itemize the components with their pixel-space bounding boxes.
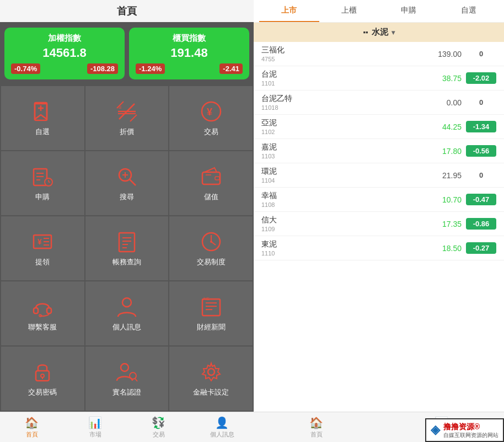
filter-bar[interactable]: ▪▪ 水泥 ▾ — [254, 23, 504, 42]
svg-rect-49 — [36, 371, 49, 381]
tab-shangshi[interactable]: 上市 — [259, 0, 319, 22]
stock-code: 1110 — [261, 250, 423, 257]
stock-row[interactable]: 亞泥 1102 44.25 -1.34 — [254, 115, 504, 139]
left-nav-home[interactable]: 🏠 首頁 — [0, 412, 63, 442]
watermark: ◈ 撸撸资源® 自媒互联网资源的网站 — [425, 418, 504, 442]
stock-row[interactable]: 嘉泥 1103 17.80 -0.56 — [254, 139, 504, 163]
weighted-title: 加權指數 — [11, 33, 118, 44]
menu-chuzhi[interactable]: 儲值 — [169, 151, 253, 215]
menu-jiaoyizd-label: 交易制度 — [197, 257, 226, 267]
stock-change: -0.47 — [466, 194, 496, 205]
menu-shimingr[interactable]: 實名認證 — [85, 347, 169, 411]
stock-change: -0.27 — [466, 242, 496, 254]
left-bottom-nav: 🏠 首頁 📊 市場 💱 交易 👤 個人訊息 — [0, 412, 254, 442]
stock-name: 亞泥 — [261, 118, 423, 128]
otc-title: 櫃買指數 — [136, 33, 243, 44]
menu-shengou[interactable]: 申購 — [1, 151, 84, 215]
otc-diff: -2.41 — [219, 63, 243, 74]
gear-icon — [199, 360, 223, 384]
stock-row[interactable]: 台泥乙特 11018 0.00 0 — [254, 90, 504, 115]
menu-shengou-label: 申購 — [35, 192, 50, 202]
stock-change: 0 — [466, 48, 496, 60]
stock-price: 21.95 — [423, 171, 462, 180]
stock-name: 台泥 — [261, 70, 423, 79]
otc-value: 191.48 — [136, 46, 243, 60]
person-icon — [115, 295, 139, 319]
menu-grid: 自選 ≡ 折價 — [0, 85, 254, 412]
svg-point-52 — [121, 364, 128, 371]
chevron-down-icon: ▾ — [392, 29, 395, 36]
menu-lianxi[interactable]: 聯繫客服 — [1, 281, 84, 345]
menu-mima-label: 交易密碼 — [28, 387, 57, 397]
left-nav-profile[interactable]: 👤 個人訊息 — [190, 412, 254, 442]
left-nav-market[interactable]: 📊 市場 — [63, 412, 127, 442]
menu-zhekou-label: 折價 — [120, 127, 134, 137]
stock-price: 18.50 — [423, 244, 462, 253]
stock-row[interactable]: 東泥 1110 18.50 -0.27 — [254, 236, 504, 260]
svg-text:¥: ¥ — [37, 237, 42, 246]
stock-price: 38.75 — [423, 74, 462, 83]
stock-change: 0 — [466, 97, 496, 108]
svg-text:≡: ≡ — [119, 104, 122, 110]
tab-shengou[interactable]: 申購 — [379, 0, 439, 22]
watermark-line2: 自媒互联网资源的网站 — [443, 432, 498, 439]
menu-zhangwu[interactable]: 帳務查詢 — [85, 216, 169, 280]
stock-code: 1101 — [261, 80, 423, 87]
right-nav-home[interactable]: 🏠 首頁 — [254, 412, 379, 442]
stock-price: 44.25 — [423, 123, 462, 131]
menu-caijing-label: 財經新聞 — [197, 322, 226, 332]
menu-zhekou[interactable]: ≡ 折價 — [85, 86, 169, 150]
stock-info: 環泥 1104 — [261, 167, 423, 184]
otc-changes: -1.24% -2.41 — [136, 63, 243, 74]
grid-icon: ▪▪ — [363, 28, 368, 36]
svg-rect-41 — [47, 308, 51, 313]
svg-rect-44 — [202, 299, 220, 316]
tab-shanggu[interactable]: 上櫃 — [319, 0, 379, 22]
filter-label: 水泥 — [372, 27, 388, 38]
menu-tilIngj[interactable]: ¥ 提領 — [1, 216, 84, 280]
menu-jiaoy[interactable]: ¥ 交易 — [169, 86, 253, 150]
svg-text:NE: NE — [203, 296, 210, 301]
menu-geren[interactable]: 個人訊息 — [85, 281, 169, 345]
svg-rect-31 — [119, 233, 135, 252]
menu-jinka[interactable]: 金融卡設定 — [169, 347, 253, 411]
otc-pct: -1.24% — [136, 63, 165, 74]
stock-row[interactable]: 幸福 1108 10.70 -0.47 — [254, 188, 504, 212]
index-card-weighted[interactable]: 加權指數 14561.8 -0.74% -108.28 — [4, 28, 125, 79]
home-icon: 🏠 — [25, 416, 39, 429]
watermark-line1: 撸撸资源® — [443, 422, 498, 432]
menu-mima[interactable]: 交易密碼 — [1, 347, 84, 411]
stock-price: 10.70 — [423, 195, 462, 204]
stock-row[interactable]: 環泥 1104 21.95 0 — [254, 163, 504, 188]
stock-info: 信大 1109 — [261, 215, 423, 232]
stock-name: 信大 — [261, 215, 423, 225]
svg-text:¥: ¥ — [207, 106, 212, 118]
stock-row[interactable]: 三福化 4755 139.00 0 — [254, 42, 504, 66]
stock-list: 三福化 4755 139.00 0 台泥 1101 38.75 -2.02 台泥… — [254, 42, 504, 412]
news-icon: NE — [199, 295, 223, 319]
menu-zixuan[interactable]: 自選 — [1, 86, 84, 150]
right-bottom-nav: 🏠 首頁 📊 市場 ◈ 撸撸资源® 自媒互联网资源的网站 — [254, 412, 504, 442]
tab-zixuan[interactable]: 自選 — [439, 0, 499, 22]
left-nav-trade[interactable]: 💱 交易 — [127, 412, 190, 442]
yen-icon: ¥ — [199, 99, 223, 124]
stock-row[interactable]: 台泥 1101 38.75 -2.02 — [254, 66, 504, 90]
stock-info: 台泥 1101 — [261, 70, 423, 87]
menu-tilIngj-label: 提領 — [35, 257, 50, 267]
menu-chuzhi-label: 儲值 — [204, 192, 218, 202]
menu-jiaoyizd[interactable]: 交易制度 — [169, 216, 253, 280]
stock-code: 1104 — [261, 177, 423, 184]
headset-icon — [30, 295, 55, 319]
menu-shimingr-label: 實名認證 — [112, 387, 141, 397]
menu-jiaoy-label: 交易 — [204, 127, 218, 137]
weighted-diff: -108.28 — [87, 63, 118, 74]
stock-row[interactable]: 信大 1109 17.35 -0.86 — [254, 212, 504, 236]
index-card-otc[interactable]: 櫃買指數 191.48 -1.24% -2.41 — [129, 28, 249, 79]
search-plus-icon — [115, 164, 139, 189]
doc-list-icon — [115, 230, 139, 254]
menu-caijing[interactable]: NE 財經新聞 — [169, 281, 253, 345]
menu-sousun[interactable]: 搜尋 — [85, 151, 169, 215]
svg-point-55 — [208, 369, 215, 375]
stock-code: 1109 — [261, 226, 423, 232]
left-nav-profile-label: 個人訊息 — [210, 430, 234, 439]
